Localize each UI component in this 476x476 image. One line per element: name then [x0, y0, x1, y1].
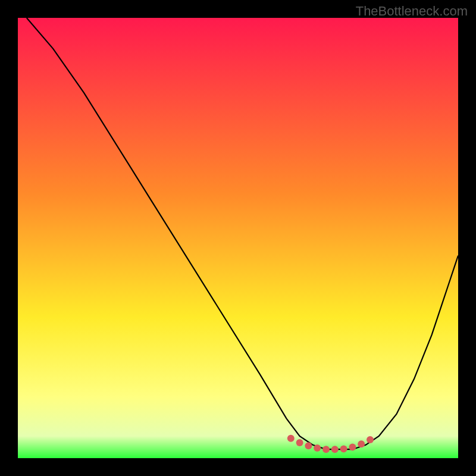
chart-svg: [18, 18, 458, 458]
chart-plot-area: [18, 18, 458, 458]
highlight-dot: [367, 436, 374, 443]
highlight-dot: [331, 446, 339, 453]
highlight-dot: [314, 444, 321, 452]
highlight-dot: [340, 446, 347, 453]
highlight-dot: [349, 444, 356, 451]
highlight-dot: [287, 435, 295, 442]
highlight-dot: [296, 439, 303, 446]
gradient-background: [18, 18, 458, 458]
watermark-text: TheBottleneck.com: [356, 4, 468, 19]
highlight-dot: [322, 446, 330, 453]
highlight-dot: [305, 442, 312, 449]
highlight-dot: [358, 440, 365, 447]
